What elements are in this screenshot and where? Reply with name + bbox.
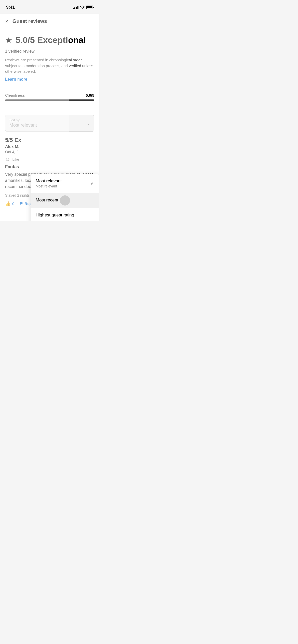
review-policy-text: Reviews are presented in chronological o… — [5, 57, 94, 75]
page-title: Guest reviews — [12, 18, 47, 24]
review-date: Oct 4, 2 — [5, 150, 94, 154]
review-score: 5/5 Ex — [5, 137, 21, 143]
sort-value: Most relevant — [9, 123, 90, 128]
status-bar: 9:41 — [0, 0, 99, 14]
smiley-icon: ☺ — [5, 156, 10, 162]
sort-dropdown-menu: Most relevant Most relevant ✓ Most recen… — [31, 174, 99, 221]
cleanliness-progress-bar — [5, 99, 94, 101]
review-title: Fantas — [5, 164, 94, 169]
dropdown-item-main: Most relevant — [36, 179, 94, 184]
close-button[interactable]: × — [5, 19, 8, 24]
dropdown-item-most-relevant[interactable]: Most relevant Most relevant ✓ — [31, 174, 99, 193]
star-icon: ★ — [5, 35, 12, 45]
signal-icon — [73, 6, 78, 9]
page-container: × Guest reviews ★ 5.0/5 Exceptional 1 ve… — [0, 14, 99, 215]
learn-more-link[interactable]: Learn more — [5, 77, 27, 82]
sort-dropdown[interactable]: Sort by: Most relevant ⌄ — [5, 115, 94, 132]
check-icon: ✓ — [90, 181, 94, 186]
page-header: × Guest reviews — [0, 14, 99, 29]
chevron-down-icon: ⌄ — [87, 121, 90, 126]
rating-section: ★ 5.0/5 Exceptional — [5, 35, 94, 45]
cleanliness-category: Cleanliness 5.0/5 — [5, 93, 94, 101]
review-header: 5/5 Ex — [5, 137, 94, 143]
divider — [0, 88, 99, 88]
liked-label: Like — [12, 157, 19, 162]
wifi-icon — [80, 5, 85, 10]
dropdown-item-sub: Most relevant — [36, 184, 94, 188]
thumbs-up-button[interactable]: 👍 0 — [5, 201, 14, 207]
battery-icon — [86, 6, 93, 9]
dropdown-item-main: Highest guest rating — [36, 213, 94, 218]
main-content: ★ 5.0/5 Exceptional 1 verified review Re… — [0, 29, 99, 110]
cleanliness-score: 5.0/5 — [86, 93, 94, 97]
sort-section: Sort by: Most relevant ⌄ — [0, 110, 99, 132]
status-icons — [73, 5, 93, 10]
dropdown-item-highest-rating[interactable]: Highest guest rating — [31, 208, 99, 221]
thumbs-count: 0 — [12, 201, 14, 206]
flag-icon: ⚑ — [19, 201, 23, 206]
status-time: 9:41 — [6, 5, 15, 10]
dropdown-item-most-recent[interactable]: Most recent — [31, 193, 99, 208]
verified-count: 1 verified review — [5, 49, 94, 54]
reviewer-name: Alex M. — [5, 144, 94, 149]
category-header: Cleanliness 5.0/5 — [5, 93, 94, 97]
cleanliness-label: Cleanliness — [5, 93, 25, 97]
liked-section: ☺ Like — [5, 156, 94, 162]
dropdown-item-main: Most recent — [36, 198, 94, 203]
rating-score: 5.0/5 Exceptional — [16, 35, 86, 45]
thumbs-up-icon: 👍 — [5, 201, 11, 207]
cleanliness-progress-fill — [5, 99, 94, 101]
sort-label: Sort by: — [9, 119, 90, 122]
